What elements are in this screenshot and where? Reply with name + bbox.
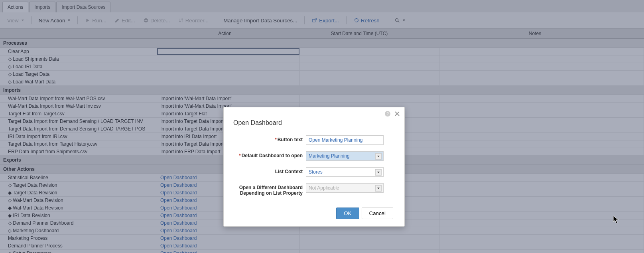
- button-text-input[interactable]: [306, 135, 384, 145]
- list-context-value: Stores: [309, 169, 323, 175]
- list-context-select[interactable]: Stores: [306, 167, 384, 177]
- default-dashboard-label: *Default Dashboard to open: [231, 151, 306, 158]
- close-icon[interactable]: [394, 111, 400, 117]
- button-text-label: *Button text: [231, 135, 306, 142]
- open-different-label: Open a Different Dashboard Depending on …: [231, 183, 306, 196]
- default-dashboard-select[interactable]: Marketing Planning: [306, 151, 384, 161]
- chevron-down-icon: [375, 153, 382, 160]
- app-root: Actions Imports Import Data Sources View…: [0, 0, 644, 253]
- list-context-label: List Context: [231, 167, 306, 174]
- open-different-select: Not Applicable: [306, 183, 384, 193]
- open-dashboard-modal: ? Open Dashboard *Button text *Default D…: [223, 107, 405, 227]
- open-different-value: Not Applicable: [309, 185, 339, 191]
- ok-button[interactable]: OK: [336, 208, 359, 219]
- cancel-button[interactable]: Cancel: [362, 208, 394, 219]
- svg-text:?: ?: [386, 112, 389, 116]
- chevron-down-icon: [375, 169, 382, 176]
- chevron-down-icon: [375, 185, 382, 192]
- modal-title: Open Dashboard: [233, 119, 397, 126]
- default-dashboard-value: Marketing Planning: [309, 153, 350, 159]
- help-icon[interactable]: ?: [384, 111, 391, 117]
